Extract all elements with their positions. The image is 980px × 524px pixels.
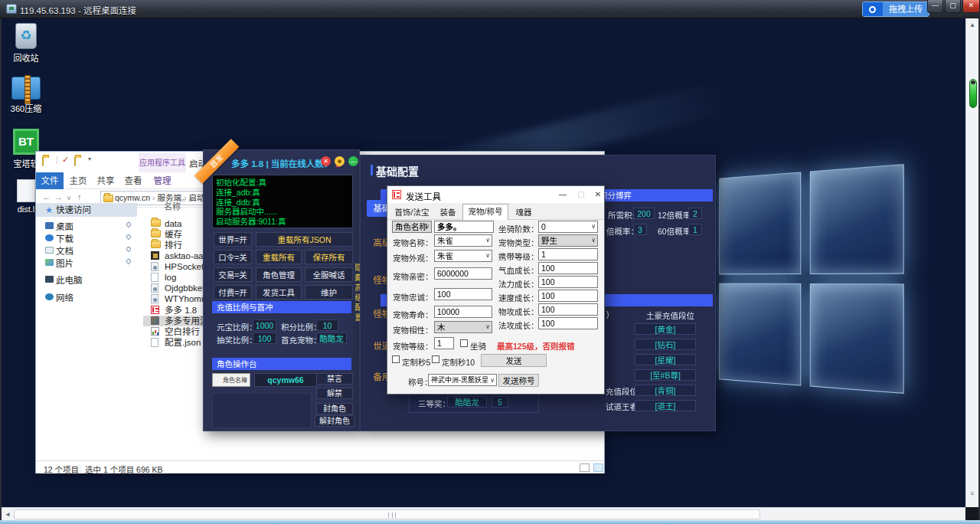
- sidebar-item-pictures[interactable]: 图片: [56, 257, 74, 269]
- x30-rate-field[interactable]: 3: [633, 224, 647, 235]
- green-monitor-gadget[interactable]: [969, 79, 977, 108]
- ban-role-button[interactable]: 封角色: [316, 403, 353, 414]
- tab-equipment[interactable]: 装备: [435, 205, 461, 220]
- unmute-button[interactable]: 解禁: [316, 388, 353, 399]
- send-title-button[interactable]: 发送称号: [498, 374, 539, 387]
- dialog-close-button[interactable]: ✕: [590, 188, 606, 201]
- back-icon[interactable]: ←: [42, 192, 51, 201]
- pet-level-input[interactable]: 1: [434, 337, 454, 349]
- x12-rate-field[interactable]: 2: [688, 208, 702, 219]
- thumbnail-view-icon[interactable]: [593, 463, 603, 472]
- rdp-titlebar[interactable]: 119.45.63.193 - 远程桌面连接: [0, 0, 980, 18]
- desktop-icon-360zip[interactable]: 360压缩: [5, 77, 47, 114]
- breadcrumb-segment[interactable]: qcymw.cn: [115, 193, 150, 202]
- third-prize-count-field[interactable]: 5: [492, 396, 508, 408]
- tier-daoking-button[interactable]: [道王]: [635, 400, 696, 411]
- tab-manage[interactable]: 管理: [148, 172, 177, 189]
- carry-level-input[interactable]: 1: [538, 248, 598, 260]
- tab-share[interactable]: 共享: [93, 172, 119, 189]
- sidebar-item-quick-access[interactable]: ★快速访问: [36, 203, 137, 217]
- custom-sec5-checkbox[interactable]: [392, 355, 400, 363]
- up-icon[interactable]: ↑: [77, 192, 82, 201]
- chevron-down-icon[interactable]: ▾: [88, 156, 91, 162]
- tier-supreme-button[interactable]: [至#B尊]: [635, 369, 696, 381]
- hscroll-thumb[interactable]: [14, 509, 760, 519]
- tab-jewelry[interactable]: 首饰/法宝: [390, 205, 433, 220]
- tab-file[interactable]: 文件: [36, 172, 64, 189]
- sidebar-item-downloads[interactable]: 下载: [56, 232, 74, 244]
- hp-growth-input[interactable]: 100: [538, 262, 598, 274]
- scroll-grip-icon[interactable]: ≡: [966, 490, 978, 497]
- pet-intimacy-input[interactable]: 6000000: [434, 267, 492, 280]
- role-name-input[interactable]: 多多。: [434, 221, 494, 233]
- trade-toggle-button[interactable]: 交易=关: [214, 267, 252, 282]
- tab-soul[interactable]: 魂器: [510, 205, 537, 220]
- details-view-icon[interactable]: [580, 463, 590, 472]
- drag-upload-button[interactable]: 拖拽上传: [862, 2, 929, 17]
- lottery-ratio-field[interactable]: 100: [253, 332, 276, 344]
- pay-toggle-button[interactable]: 付费=开: [214, 285, 252, 300]
- matk-growth-input[interactable]: 100: [538, 317, 598, 329]
- folder-icon[interactable]: [42, 157, 44, 165]
- dialog-maximize-button[interactable]: ▢: [573, 188, 590, 201]
- role-name-dropdown[interactable]: 角色名称∨: [392, 221, 432, 233]
- first-pet-field[interactable]: 酷酷龙: [316, 332, 347, 344]
- column-header-name[interactable]: 名称: [164, 200, 181, 212]
- desktop-icon-recycle-bin[interactable]: ♻ 回收站: [5, 23, 47, 64]
- tier-bronze-button[interactable]: [青铜]: [635, 385, 696, 396]
- patk-growth-input[interactable]: 100: [538, 303, 598, 316]
- broadcast-button[interactable]: 全服喊话: [305, 267, 353, 282]
- points-ratio-field[interactable]: 10: [316, 319, 338, 331]
- mp-growth-input[interactable]: 100: [538, 276, 598, 288]
- mount-checkbox[interactable]: [460, 339, 468, 347]
- scroll-up-icon[interactable]: ▲: [966, 21, 978, 28]
- ship-tool-button[interactable]: 发货工具: [256, 285, 302, 300]
- world-toggle-button[interactable]: 世界=开: [214, 232, 252, 247]
- speed-growth-input[interactable]: 100: [538, 290, 598, 302]
- pet-type-dropdown[interactable]: 野生∨: [538, 234, 598, 247]
- save-all-button[interactable]: 保存所有: [305, 250, 353, 264]
- sidebar-item-network[interactable]: 网络: [56, 291, 74, 303]
- tier-diamond-button[interactable]: [钻石]: [635, 339, 696, 350]
- maximize-button[interactable]: ▢: [945, 0, 961, 13]
- custom-sec10-checkbox[interactable]: [432, 355, 439, 363]
- role-manage-button[interactable]: 角色管理: [256, 267, 302, 282]
- pet-lifespan-input[interactable]: 10000: [434, 306, 492, 318]
- yuanbao-ratio-field[interactable]: 1000: [253, 319, 276, 331]
- send-button[interactable]: 发送: [481, 354, 547, 367]
- dialog-titlebar[interactable]: 发送工具 — ▢ ✕: [387, 186, 604, 203]
- checkmark-icon[interactable]: ✓: [62, 155, 69, 165]
- smiley-icon[interactable]: ☻: [335, 156, 345, 166]
- scroll-left-icon[interactable]: ◄: [5, 511, 11, 518]
- title-dropdown[interactable]: 神武中洲-黑鳌妖皇∨: [428, 374, 497, 386]
- tab-home[interactable]: 主页: [65, 172, 91, 189]
- forward-icon[interactable]: →: [54, 192, 63, 201]
- sidebar-item-documents[interactable]: 文档: [56, 244, 74, 257]
- folder-icon[interactable]: [74, 157, 76, 165]
- pet-appearance-dropdown[interactable]: 朱雀∨: [434, 250, 492, 262]
- mute-button[interactable]: 禁言: [316, 373, 353, 385]
- tab-view[interactable]: 查看: [120, 172, 146, 189]
- need-points-field[interactable]: 200: [633, 208, 655, 219]
- third-prize-field[interactable]: 酷酷龙: [447, 396, 487, 408]
- tab-pet-title[interactable]: 宠物/称号: [462, 204, 508, 220]
- sort-arrow-icon[interactable]: ˄: [181, 197, 185, 204]
- command-toggle-button[interactable]: 口令=关: [214, 250, 252, 264]
- tier-gold-button[interactable]: [黄金]: [635, 323, 696, 335]
- mount-stage-dropdown[interactable]: 0∨: [538, 221, 598, 233]
- pet-element-dropdown[interactable]: 木∨: [434, 321, 492, 333]
- close-button[interactable]: ✕: [962, 0, 980, 13]
- sidebar-item-desktop[interactable]: 桌面: [56, 220, 74, 232]
- role-name-dropdown[interactable]: ∨角色名称: [212, 373, 250, 387]
- role-name-value[interactable]: qcymw66: [254, 373, 317, 387]
- x60-rate-field[interactable]: 1: [688, 224, 702, 235]
- minimize-icon[interactable]: —: [348, 156, 358, 166]
- reload-all-button[interactable]: 重载所有: [256, 250, 302, 264]
- rdp-horizontal-scrollbar[interactable]: ◄: [2, 507, 965, 520]
- maintain-button[interactable]: 维护: [305, 285, 353, 300]
- close-icon[interactable]: ✕: [321, 156, 331, 166]
- chevron-down-icon[interactable]: ∨: [67, 195, 71, 201]
- dialog-minimize-button[interactable]: —: [554, 188, 571, 201]
- pet-loyalty-input[interactable]: 100: [434, 288, 492, 300]
- minimize-button[interactable]: —: [927, 0, 943, 13]
